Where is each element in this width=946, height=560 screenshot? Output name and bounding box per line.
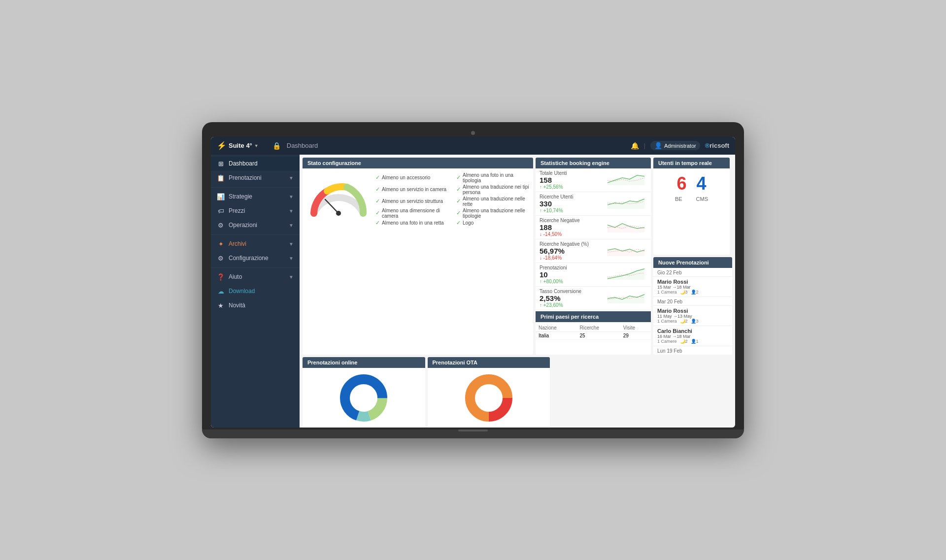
realtime-title: Utenti in tempo reale <box>658 160 712 166</box>
gauge-container <box>306 179 371 220</box>
legend-meta-label: Meta search 10% <box>374 427 409 428</box>
ota-header: Prenotazioni OTA <box>428 357 550 368</box>
realtime-nums: 6 4 <box>656 173 727 194</box>
top-bar-right: 🔔 | 👤 Administrator ®ricsoft <box>631 141 729 150</box>
svg-point-11 <box>351 385 376 411</box>
stat-value-totale: 158 <box>540 176 567 184</box>
stat-change-totale: ↑ +25,56% <box>540 184 567 190</box>
row-1: Stato configurazione <box>303 158 732 355</box>
check-item: ✓Almeno una traduzione nei tipi persona <box>456 184 529 195</box>
statistiche-header: Statistiche booking engine <box>536 158 651 168</box>
legend-booking: Booking.com 75% <box>450 427 492 428</box>
stat-change-tasso: ↑ +23,60% <box>540 302 581 308</box>
stat-value-pct: 56,97% <box>540 247 589 255</box>
laptop-screen: ⚡ Suite 4° ▼ 🔒 Dashboard 🔔 | 👤 Administr… <box>211 137 735 428</box>
be-count: 6 <box>676 173 686 194</box>
online-legend: Booking Engine 70% Meta search 10% OTA 2… <box>305 427 422 428</box>
laptop-camera <box>471 131 475 135</box>
gauge-checks: ✓Almeno un accessorio ✓Almeno una foto i… <box>375 172 529 226</box>
sidebar-label-archivi: Archivi <box>229 240 246 247</box>
ota-legend: Booking.com 75% Expedia 25% <box>450 427 527 428</box>
stat-change-pct: ↓ -18,64% <box>540 255 589 261</box>
gauge-svg <box>306 179 371 218</box>
check-item: ✓Almeno una foto in una retta <box>375 220 448 226</box>
prenotazioni-online-card: Prenotazioni online <box>303 357 425 428</box>
stat-value-neg: 188 <box>540 223 580 231</box>
legend-expedia: Expedia 25% <box>496 427 527 428</box>
cms-count: 4 <box>697 173 707 194</box>
stat-label-ricerche: Ricerche Utenti <box>540 194 573 199</box>
legend-be-label: Booking Engine 70% <box>324 427 365 428</box>
stat-value-ricerche: 330 <box>540 199 573 208</box>
svg-marker-2 <box>608 175 644 185</box>
main-content: Stato configurazione <box>300 155 735 428</box>
config-icon: ⚙ <box>217 255 225 262</box>
prenotazioni-ota-card: Prenotazioni OTA <box>428 357 550 428</box>
booking-item-1: Mario Rossi 15 Mar →18 Mar 1 Camera 🌙3👤2 <box>653 277 732 297</box>
sidebar-item-novita[interactable]: ★ Novità <box>211 298 300 313</box>
sidebar-label-prenotazioni: Prenotazioni <box>229 174 262 181</box>
sidebar-item-aiuto[interactable]: ❓ Aiuto ▼ <box>211 270 300 284</box>
grid-icon: ⊞ <box>217 160 225 167</box>
app-body: ⊞ Dashboard 📋 Prenotazioni ▼ 📊 Strategie… <box>211 155 735 428</box>
legend-booking-label: Booking.com 75% <box>456 427 492 428</box>
booking-date-1: Gio 22 Feb <box>653 268 732 277</box>
sidebar-item-prezzi[interactable]: 🏷 Prezzi ▼ <box>211 204 300 218</box>
stat-ricerche-negative: Ricerche Negative 188 ↓ -14,50% <box>536 216 651 239</box>
sidebar-item-archivi[interactable]: ✦ Archivi ▼ <box>211 237 300 251</box>
lock-icon: 🔒 <box>272 142 281 150</box>
sidebar-label-strategie: Strategie <box>229 193 252 200</box>
right-column: Utenti in tempo reale 6 4 BE <box>653 158 732 355</box>
operations-icon: ⚙ <box>217 222 225 229</box>
sidebar-label-operazioni: Operazioni <box>229 222 257 229</box>
ota-donut: Booking.com 75% Expedia 25% <box>428 368 550 428</box>
sidebar-label-prezzi: Prezzi <box>229 207 245 214</box>
ota-title: Prenotazioni OTA <box>433 360 477 365</box>
sidebar-item-configurazione[interactable]: ⚙ Configurazione ▼ <box>211 251 300 265</box>
strategy-icon: 📊 <box>217 193 225 200</box>
chevron-right-icon-4: ▼ <box>289 223 294 228</box>
sidebar-item-operazioni[interactable]: ⚙ Operazioni ▼ <box>211 218 300 232</box>
check-item: ✓Almeno un servizio in camera <box>375 184 448 195</box>
bell-icon[interactable]: 🔔 <box>631 142 639 150</box>
stat-ricerche-utenti: Ricerche Utenti 330 ↑ +10,74% <box>536 192 651 216</box>
be-label: BE <box>675 196 682 202</box>
mini-chart-pct <box>608 241 647 256</box>
sidebar-label-aiuto: Aiuto <box>229 273 242 280</box>
paesi-table: Nazione Ricerche Visite Italia 2 <box>536 324 651 340</box>
brand-label: ®ricsoft <box>705 142 729 149</box>
sidebar-divider-3 <box>211 267 300 268</box>
sidebar-item-download[interactable]: ☁ Download <box>211 284 300 298</box>
booking-dates-1: 15 Mar →18 Mar <box>657 285 728 290</box>
statistiche-card: Statistiche booking engine Totale Utenti… <box>536 158 651 355</box>
lightning-icon: ⚡ <box>217 141 227 150</box>
booking-item-3: Carlo Bianchi 16 Mar →18 Mar 1 Camere 🌙2… <box>653 326 732 346</box>
stato-body: ✓Almeno un accessorio ✓Almeno una foto i… <box>303 168 533 230</box>
svg-marker-3 <box>608 199 644 209</box>
sidebar-item-strategie[interactable]: 📊 Strategie ▼ <box>211 190 300 204</box>
table-row: Italia 25 29 <box>536 331 651 339</box>
booking-date-3: Lun 19 Feb <box>653 346 732 355</box>
stat-ricerche-pct: Ricerche Negative (%) 56,97% ↓ -18,64% <box>536 239 651 263</box>
sidebar-item-dashboard[interactable]: ⊞ Dashboard <box>211 157 300 171</box>
check-item: ✓Almeno un accessorio <box>375 172 448 183</box>
check-item: ✓Almeno una traduzione nelle rette <box>456 196 529 207</box>
check-item: ✓Logo <box>456 220 529 226</box>
booking-name-1: Mario Rossi <box>657 279 728 285</box>
mini-chart-totale <box>608 170 647 185</box>
realtime-card: Utenti in tempo reale 6 4 BE <box>653 158 730 255</box>
sidebar-item-prenotazioni[interactable]: 📋 Prenotazioni ▼ <box>211 171 300 185</box>
brand-r-icon: ® <box>705 142 710 149</box>
chevron-right-icon-7: ▼ <box>289 274 294 280</box>
stat-label-pct: Ricerche Negative (%) <box>540 241 589 247</box>
statistiche-title: Statistiche booking engine <box>541 160 609 166</box>
archive-icon: ✦ <box>217 240 225 248</box>
stat-label-totale: Totale Utenti <box>540 170 567 176</box>
sidebar-divider-1 <box>211 187 300 188</box>
mini-chart-pren <box>608 265 647 280</box>
online-donut: Booking Engine 70% Meta search 10% OTA 2… <box>303 368 425 428</box>
admin-badge[interactable]: 👤 Administrator <box>650 141 700 150</box>
admin-label: Administrator <box>664 143 696 149</box>
sidebar-divider-2 <box>211 234 300 235</box>
app-logo[interactable]: ⚡ Suite 4° ▼ <box>217 141 259 150</box>
